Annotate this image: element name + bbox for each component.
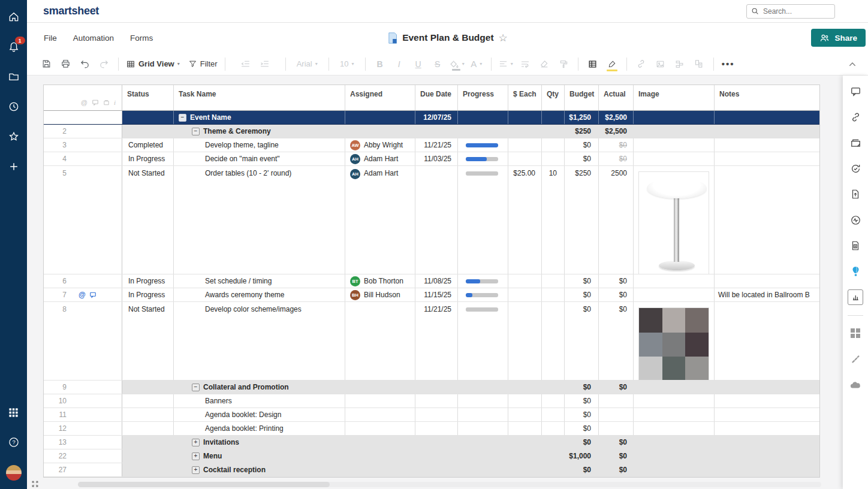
column-header-progress[interactable]: Progress bbox=[458, 85, 508, 110]
row-number-cell[interactable]: 1 bbox=[44, 111, 122, 124]
cell-status[interactable] bbox=[122, 111, 174, 124]
cell-qty[interactable]: 10 bbox=[542, 166, 565, 274]
cell-notes[interactable] bbox=[715, 152, 819, 165]
cell-format-icon[interactable] bbox=[586, 56, 600, 72]
cell-image[interactable] bbox=[634, 394, 715, 408]
search-input[interactable] bbox=[762, 7, 830, 16]
cell-due-date[interactable] bbox=[415, 166, 458, 274]
cell-task-name[interactable]: +Cocktail reception bbox=[174, 463, 345, 476]
cell-due-date[interactable]: 11/21/25 bbox=[415, 138, 458, 152]
cell-image[interactable] bbox=[634, 138, 715, 152]
cell-progress[interactable] bbox=[458, 138, 508, 152]
font-size-selector[interactable]: 10 ▾ bbox=[340, 56, 354, 72]
cell-each[interactable] bbox=[508, 463, 542, 476]
cell-actual[interactable]: $0 bbox=[599, 463, 634, 476]
eraser-icon[interactable] bbox=[537, 56, 551, 72]
cell-budget[interactable]: $0 bbox=[565, 463, 599, 476]
cell-assigned[interactable] bbox=[345, 111, 415, 124]
cell-progress[interactable] bbox=[458, 449, 508, 463]
cell-assigned[interactable]: BTBob Thorton bbox=[345, 274, 415, 288]
cell-budget[interactable]: $250 bbox=[565, 125, 599, 138]
cell-each[interactable] bbox=[508, 408, 542, 421]
menu-file[interactable]: File bbox=[44, 34, 57, 43]
cell-notes[interactable]: Will be located in Ballroom B bbox=[715, 288, 819, 301]
outdent-icon[interactable] bbox=[239, 56, 253, 72]
underline-button[interactable]: U bbox=[411, 56, 426, 72]
row-number-cell[interactable]: 22 bbox=[44, 449, 122, 463]
cell-actual[interactable]: $2,500 bbox=[599, 125, 634, 138]
cell-each[interactable] bbox=[508, 111, 542, 124]
cell-status[interactable]: Not Started bbox=[122, 166, 174, 274]
cell-notes[interactable] bbox=[715, 138, 819, 152]
notifications-bell-icon[interactable]: 1 bbox=[7, 40, 21, 54]
cell-progress[interactable] bbox=[458, 381, 508, 394]
text-color-icon[interactable]: A ▾ bbox=[469, 56, 484, 72]
help-icon[interactable]: ? bbox=[7, 435, 21, 449]
bold-button[interactable]: B bbox=[373, 56, 387, 72]
cell-assigned[interactable]: BHBill Hudson bbox=[345, 288, 415, 301]
cell-due-date[interactable] bbox=[415, 394, 458, 408]
cell-qty[interactable] bbox=[542, 381, 565, 394]
row-comment-icon[interactable] bbox=[89, 291, 97, 298]
cell-notes[interactable] bbox=[715, 394, 819, 408]
cell-notes[interactable] bbox=[715, 422, 819, 435]
cell-notes[interactable] bbox=[715, 274, 819, 288]
cell-each[interactable] bbox=[508, 436, 542, 449]
charts-icon[interactable] bbox=[848, 289, 863, 305]
cell-task-name[interactable]: −Collateral and Promotion bbox=[174, 381, 345, 394]
cell-notes[interactable] bbox=[715, 449, 819, 463]
cell-budget[interactable]: $1,000 bbox=[565, 449, 599, 463]
cell-assigned[interactable]: AWAbby Wright bbox=[345, 138, 415, 152]
row-collapse-toggle[interactable]: − bbox=[179, 114, 186, 122]
cell-due-date[interactable] bbox=[415, 422, 458, 435]
cell-budget[interactable]: $0 bbox=[565, 302, 599, 380]
row-number-cell[interactable]: 5 bbox=[44, 166, 122, 274]
cell-each[interactable] bbox=[508, 381, 542, 394]
cell-qty[interactable] bbox=[542, 302, 565, 380]
cell-progress[interactable] bbox=[458, 274, 508, 288]
strikethrough-button[interactable]: S bbox=[430, 56, 445, 72]
cell-assigned[interactable]: AHAdam Hart bbox=[345, 152, 415, 165]
favorites-star-icon[interactable] bbox=[7, 129, 21, 144]
cell-actual[interactable] bbox=[599, 422, 634, 435]
row-number-cell[interactable]: 13 bbox=[44, 436, 122, 449]
cell-status[interactable] bbox=[122, 381, 174, 394]
cell-budget[interactable]: $0 bbox=[565, 274, 599, 288]
copy-paste-icon[interactable] bbox=[692, 56, 706, 72]
home-icon[interactable] bbox=[7, 10, 21, 24]
cell-task-name[interactable]: +Menu bbox=[174, 449, 345, 463]
cell-image[interactable] bbox=[634, 463, 715, 476]
cell-qty[interactable] bbox=[542, 463, 565, 476]
wrap-text-icon[interactable] bbox=[518, 56, 532, 72]
cell-image[interactable] bbox=[634, 274, 715, 288]
cell-status[interactable] bbox=[122, 394, 174, 408]
font-family-selector[interactable]: Arial ▾ bbox=[297, 56, 318, 72]
cell-each[interactable] bbox=[508, 422, 542, 435]
folders-icon[interactable] bbox=[7, 70, 21, 84]
cell-image[interactable] bbox=[634, 408, 715, 421]
cell-due-date[interactable]: 11/15/25 bbox=[415, 288, 458, 301]
cell-assigned[interactable] bbox=[345, 436, 415, 449]
redo-icon[interactable] bbox=[97, 56, 111, 72]
cell-qty[interactable] bbox=[542, 111, 565, 124]
cell-assigned[interactable] bbox=[345, 463, 415, 476]
image-icon[interactable] bbox=[653, 56, 668, 72]
activity-log-icon[interactable] bbox=[848, 212, 863, 228]
cell-notes[interactable] bbox=[715, 111, 819, 124]
share-button[interactable]: Share bbox=[811, 29, 866, 47]
cell-task-name[interactable]: −Theme & Ceremony bbox=[174, 125, 345, 138]
cell-progress[interactable] bbox=[458, 394, 508, 408]
cell-actual[interactable]: $0 bbox=[599, 152, 634, 165]
scrollbar-thumb[interactable] bbox=[78, 482, 330, 487]
cell-actual[interactable] bbox=[599, 394, 634, 408]
cell-assigned[interactable] bbox=[345, 381, 415, 394]
cell-budget[interactable]: $0 bbox=[565, 394, 599, 408]
cell-qty[interactable] bbox=[542, 449, 565, 463]
cell-task-name[interactable]: −Event Name bbox=[174, 111, 345, 124]
cell-assigned[interactable] bbox=[345, 125, 415, 138]
cell-notes[interactable] bbox=[715, 463, 819, 476]
round-table-image[interactable] bbox=[638, 171, 709, 274]
align-icon[interactable]: ▾ bbox=[499, 56, 513, 72]
cell-assigned[interactable] bbox=[345, 422, 415, 435]
cell-status[interactable]: In Progress bbox=[122, 288, 174, 301]
